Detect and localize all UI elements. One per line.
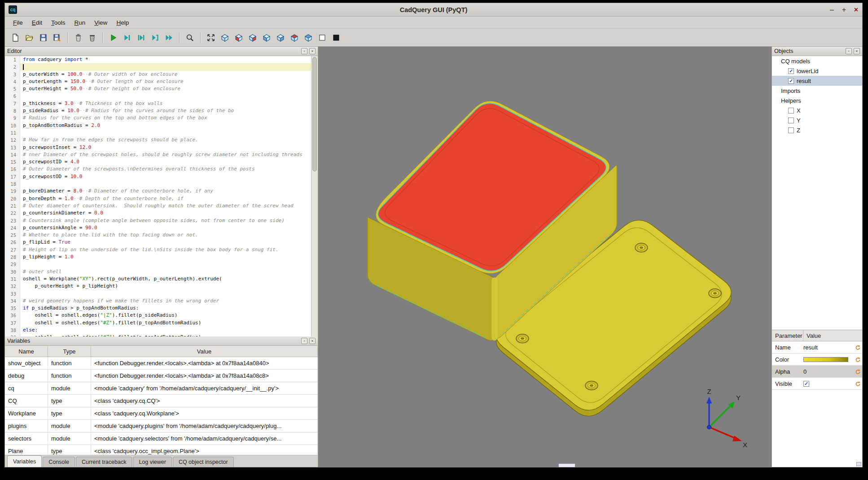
code-line[interactable]: 22p_countersinkDiameter = 0.0 — [5, 209, 311, 217]
code-line[interactable]: 37 oshell = oshell.edges("#Z").fillet(p_… — [5, 319, 311, 327]
code-line[interactable]: 19p_boreDiameter = 8.0··# Diameter of th… — [5, 188, 311, 195]
param-row-visible[interactable]: Visible✓ — [772, 378, 862, 390]
code-line[interactable]: 17p_screwpostOD = 10.0 — [5, 173, 311, 180]
code-line[interactable]: 3p_outerWidth = 100.0··# Outer width of … — [5, 71, 311, 78]
param-row-alpha[interactable]: Alpha0 — [772, 366, 862, 378]
float-pane-icon[interactable]: ▫ — [846, 48, 852, 54]
close-button[interactable]: × — [850, 4, 862, 15]
run-button[interactable] — [106, 31, 120, 44]
code-line[interactable]: 11 — [5, 129, 311, 136]
code-line[interactable]: 5p_outerHeight = 50.0··# Outer height of… — [5, 85, 311, 92]
code-line[interactable]: 13p_screwpostInset = 12.0 — [5, 144, 311, 151]
debug-button[interactable] — [120, 31, 134, 44]
table-row[interactable]: debugfunction<function Debugger.render.<… — [5, 370, 318, 382]
solid-shading-button[interactable] — [329, 31, 343, 44]
bottom-view-button[interactable] — [302, 31, 315, 44]
reset-icon[interactable] — [853, 369, 862, 375]
visibility-checkbox[interactable] — [788, 108, 794, 113]
reset-icon[interactable] — [853, 357, 862, 362]
resize-grip[interactable] — [856, 462, 861, 466]
code-line[interactable]: 20p_boreDepth = 1.0··# Depth of the coun… — [5, 195, 311, 202]
code-line[interactable]: 7p_thickness = 3.0··# Thickness of the b… — [5, 100, 311, 107]
screw-hole[interactable] — [635, 243, 648, 252]
code-line[interactable]: 34# weird geometry happens if we make th… — [5, 297, 311, 305]
table-row[interactable]: show_objectfunction<function Debugger.re… — [5, 357, 318, 370]
close-pane-icon[interactable]: × — [309, 338, 316, 344]
continue-button[interactable] — [162, 31, 175, 44]
table-row[interactable]: Planetype<class 'cadquery.occ_impl.geom.… — [5, 445, 318, 455]
screw-hole[interactable] — [516, 334, 529, 343]
splitter-handle[interactable] — [558, 463, 575, 467]
tab-cq-object-inspector[interactable]: CQ object inspector — [173, 457, 234, 467]
code-line[interactable]: 16# Outer Diameter of the screwposts.\nD… — [5, 166, 311, 173]
code-line[interactable]: 10p_topAndBottomRadius = 2.0 — [5, 122, 311, 129]
code-line[interactable]: 31oshell = Workplane("XY").rect(p_outerW… — [5, 275, 311, 283]
code-line[interactable]: 1from cadquery import * — [5, 56, 311, 63]
variables-pane-header[interactable]: Variables ▫ × — [5, 336, 318, 346]
outline-shading-button[interactable] — [316, 31, 329, 44]
param-row-color[interactable]: Color — [772, 353, 862, 366]
code-line[interactable]: 36 oshell = oshell.edges("|Z").fillet(p_… — [5, 312, 311, 319]
top-view-button[interactable] — [288, 31, 301, 44]
column-header-value[interactable]: Value — [91, 346, 318, 357]
table-row[interactable]: CQtype<class 'cadquery.cq.CQ'> — [5, 395, 318, 407]
menu-item-help[interactable]: Help — [112, 17, 133, 28]
tree-item-y[interactable]: Y — [772, 115, 862, 125]
menu-item-edit[interactable]: Edit — [27, 17, 47, 28]
column-header-parameter[interactable]: Parameter — [772, 330, 803, 341]
front-view-button[interactable] — [232, 31, 245, 44]
open-file-button[interactable] — [22, 31, 36, 44]
table-row[interactable]: selectorsmodule<module 'cadquery.selecto… — [5, 432, 318, 445]
title-bar[interactable]: cq CadQuery GUI (PyQT) – + × — [5, 3, 862, 17]
screw-hole[interactable] — [709, 289, 721, 298]
menu-item-view[interactable]: View — [90, 17, 112, 28]
viewport-3d-scene[interactable]: Z Y X — [318, 47, 772, 467]
tree-item-lowerlid[interactable]: ✓lowerLid — [772, 66, 862, 76]
editor-code[interactable]: 1from cadquery import *23p_outerWidth = … — [5, 56, 311, 336]
code-line[interactable]: 29 — [5, 261, 311, 268]
menu-item-run[interactable]: Run — [70, 17, 90, 28]
visibility-checkbox[interactable] — [788, 118, 794, 123]
code-line[interactable]: 8p_sideRadius = 10.0··# Radius for the c… — [5, 107, 311, 114]
viewport-3d[interactable]: Z Y X — [318, 47, 772, 467]
code-line[interactable]: 28p_lipHeight = 1.0 — [5, 253, 311, 261]
param-row-name[interactable]: Nameresult — [772, 341, 862, 353]
tab-log-viewer[interactable]: Log viewer — [133, 457, 171, 467]
visibility-checkbox[interactable]: ✓ — [788, 78, 794, 84]
color-swatch[interactable] — [803, 357, 848, 362]
code-line[interactable]: 35if p_sideRadius > p_topAndBottomRadius… — [5, 305, 311, 312]
menu-item-file[interactable]: File — [9, 17, 27, 28]
visibility-checkbox[interactable]: ✓ — [788, 68, 794, 74]
table-row[interactable]: cqmodule<module 'cadquery' from '/home/a… — [5, 382, 318, 395]
reset-icon[interactable] — [853, 381, 862, 387]
new-file-button[interactable] — [9, 31, 22, 44]
code-line[interactable]: 4p_outerLength = 150.0··# Outer length o… — [5, 78, 311, 85]
code-line[interactable]: 6 — [5, 92, 311, 100]
zoom-button[interactable] — [183, 31, 197, 44]
code-line[interactable]: 2 — [5, 63, 311, 70]
fit-all-button[interactable] — [204, 31, 218, 44]
tab-variables[interactable]: Variables — [7, 455, 42, 467]
reset-icon[interactable] — [853, 345, 862, 350]
code-editor[interactable]: 1from cadquery import *23p_outerWidth = … — [5, 56, 318, 336]
editor-scrollbar[interactable] — [311, 56, 318, 336]
tree-item-x[interactable]: X — [772, 105, 862, 115]
code-line[interactable]: 32 p_outerHeight + p_lipHeight) — [5, 283, 311, 290]
visibility-checkbox[interactable] — [788, 127, 794, 133]
code-line[interactable]: 23# Countersink angle (complete angle be… — [5, 217, 311, 224]
tree-item-z[interactable]: Z — [772, 125, 862, 135]
save-button[interactable] — [36, 31, 50, 44]
table-row[interactable]: pluginsmodule<module 'cadquery.plugins' … — [5, 420, 318, 432]
column-header-type[interactable]: Type — [48, 346, 91, 357]
tree-item-result[interactable]: ✓result — [772, 76, 862, 86]
code-line[interactable]: 9# Radius for the curves on the top and … — [5, 114, 311, 122]
screw-hole[interactable] — [585, 381, 598, 390]
code-line[interactable]: 33 — [5, 290, 311, 297]
save-as-button[interactable] — [50, 31, 64, 44]
float-pane-icon[interactable]: ▫ — [301, 48, 307, 54]
param-text-value[interactable]: result — [803, 344, 818, 351]
column-header-name[interactable]: Name — [5, 346, 48, 357]
tab-console[interactable]: Console — [43, 457, 75, 467]
table-row[interactable]: Workplanetype<class 'cadquery.cq.Workpla… — [5, 407, 318, 420]
left-view-button[interactable] — [260, 31, 273, 44]
